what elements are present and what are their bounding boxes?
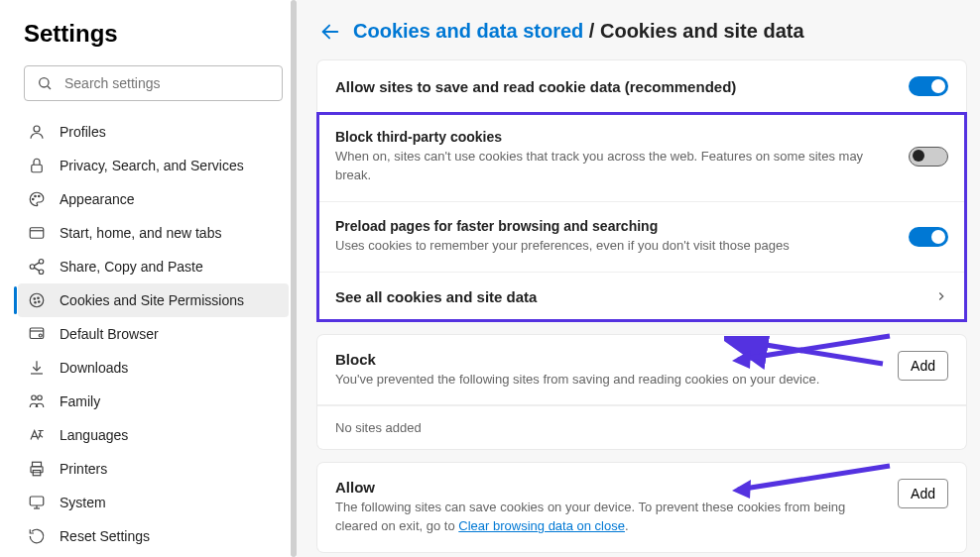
svg-line-12 — [34, 263, 39, 266]
printers-icon — [28, 460, 46, 478]
svg-rect-7 — [30, 228, 44, 239]
allow-add-button[interactable]: Add — [898, 479, 948, 508]
svg-point-23 — [32, 395, 37, 400]
sidebar-item-label: Share, Copy and Paste — [60, 259, 203, 275]
block-title: Block — [335, 351, 882, 368]
sidebar-item-label: Family — [60, 393, 100, 409]
sidebar-item-phone[interactable]: Phone and Other Devices — [18, 553, 289, 557]
chevron-right-icon — [934, 289, 948, 303]
search-input[interactable] — [64, 75, 270, 91]
annotation-highlight-box: Block third-party cookies When on, sites… — [317, 113, 966, 321]
breadcrumb-parent[interactable]: Cookies and data stored — [353, 20, 583, 42]
block-desc: You've prevented the following sites fro… — [335, 371, 882, 390]
svg-point-14 — [30, 293, 44, 307]
allow-cookies-title: Allow sites to save and read cookie data… — [335, 78, 893, 95]
see-all-cookies-row[interactable]: See all cookies and site data — [317, 273, 966, 321]
block-third-party-row[interactable]: Block third-party cookies When on, sites… — [317, 113, 966, 202]
block-card: Block You've prevented the following sit… — [317, 335, 966, 450]
svg-point-15 — [34, 298, 36, 300]
svg-point-0 — [40, 78, 49, 87]
sidebar-item-cookie[interactable]: Cookies and Site Permissions — [18, 283, 289, 317]
family-icon — [28, 392, 46, 410]
sidebar-item-appearance[interactable]: Appearance — [18, 182, 289, 216]
appearance-icon — [28, 190, 46, 208]
preload-toggle[interactable] — [909, 227, 948, 247]
block-empty-text: No sites added — [317, 405, 966, 449]
svg-line-13 — [34, 268, 39, 271]
lock-icon — [28, 157, 46, 174]
svg-point-16 — [38, 297, 40, 299]
svg-point-17 — [35, 302, 37, 304]
block-third-party-title: Block third-party cookies — [335, 129, 893, 145]
allow-cookies-row[interactable]: Allow sites to save and read cookie data… — [317, 60, 966, 113]
breadcrumb-current: Cookies and site data — [600, 20, 804, 42]
tabs-icon — [28, 224, 46, 242]
sidebar-item-label: Languages — [60, 427, 128, 443]
sidebar-item-label: Downloads — [60, 360, 128, 376]
svg-rect-3 — [32, 165, 43, 172]
sidebar-item-profiles[interactable]: Profiles — [18, 115, 289, 149]
svg-point-24 — [38, 395, 43, 400]
svg-point-18 — [39, 301, 41, 303]
preload-row[interactable]: Preload pages for faster browsing and se… — [317, 202, 966, 273]
block-header-row: Block You've prevented the following sit… — [317, 335, 966, 406]
search-box[interactable] — [24, 65, 283, 101]
sidebar-item-share[interactable]: Share, Copy and Paste — [18, 250, 289, 283]
system-icon — [28, 494, 46, 511]
sidebar-item-printers[interactable]: Printers — [18, 452, 289, 486]
svg-point-6 — [39, 195, 41, 197]
share-icon — [28, 258, 46, 276]
svg-point-2 — [34, 126, 40, 132]
nav-list: ProfilesPrivacy, Search, and ServicesApp… — [24, 115, 283, 557]
see-all-cookies-label: See all cookies and site data — [335, 288, 919, 305]
sidebar-item-label: Start, home, and new tabs — [60, 225, 221, 241]
sidebar-title: Settings — [24, 20, 283, 48]
sidebar: Settings ProfilesPrivacy, Search, and Se… — [0, 0, 298, 557]
svg-point-10 — [30, 265, 35, 270]
reset-icon — [28, 527, 46, 545]
downloads-icon — [28, 359, 46, 377]
main-content: Cookies and data stored / Cookies and si… — [298, 0, 980, 557]
block-third-party-desc: When on, sites can't use cookies that tr… — [335, 148, 893, 185]
sidebar-item-system[interactable]: System — [18, 486, 289, 519]
sidebar-item-label: Printers — [60, 461, 107, 477]
block-third-party-toggle[interactable] — [909, 147, 948, 167]
sidebar-item-family[interactable]: Family — [18, 385, 289, 418]
clear-data-link[interactable]: Clear browsing data on close — [458, 518, 625, 533]
block-add-button[interactable]: Add — [898, 351, 948, 381]
svg-point-9 — [39, 260, 44, 265]
breadcrumb: Cookies and data stored / Cookies and si… — [353, 20, 804, 43]
svg-rect-26 — [33, 462, 42, 467]
svg-point-5 — [35, 195, 37, 197]
allow-title: Allow — [335, 479, 882, 496]
sidebar-item-downloads[interactable]: Downloads — [18, 351, 289, 385]
search-icon — [37, 75, 53, 91]
default-icon — [28, 325, 46, 343]
preload-desc: Uses cookies to remember your preference… — [335, 237, 893, 256]
svg-point-21 — [39, 334, 42, 337]
svg-line-1 — [48, 86, 51, 89]
sidebar-item-label: Privacy, Search, and Services — [60, 158, 244, 173]
allow-header-row: Allow The following sites can save cooki… — [317, 463, 966, 552]
cookie-settings-card: Allow sites to save and read cookie data… — [317, 60, 966, 321]
back-arrow-icon[interactable] — [319, 21, 341, 43]
sidebar-item-label: Default Browser — [60, 326, 159, 342]
sidebar-item-default[interactable]: Default Browser — [18, 317, 289, 351]
allow-cookies-toggle[interactable] — [909, 76, 948, 96]
profiles-icon — [28, 123, 46, 141]
sidebar-item-label: System — [60, 495, 106, 510]
sidebar-item-label: Reset Settings — [60, 528, 150, 544]
cookie-icon — [28, 291, 46, 309]
sidebar-item-reset[interactable]: Reset Settings — [18, 519, 289, 553]
sidebar-item-label: Cookies and Site Permissions — [60, 292, 244, 308]
languages-icon — [28, 426, 46, 444]
svg-point-4 — [33, 198, 35, 200]
sidebar-item-label: Appearance — [60, 191, 135, 207]
svg-point-11 — [39, 270, 44, 275]
sidebar-item-label: Profiles — [60, 124, 106, 140]
sidebar-item-tabs[interactable]: Start, home, and new tabs — [18, 216, 289, 250]
allow-desc: The following sites can save cookies on … — [335, 499, 882, 536]
sidebar-item-lock[interactable]: Privacy, Search, and Services — [18, 149, 289, 182]
allow-card: Allow The following sites can save cooki… — [317, 463, 966, 552]
sidebar-item-languages[interactable]: Languages — [18, 418, 289, 452]
